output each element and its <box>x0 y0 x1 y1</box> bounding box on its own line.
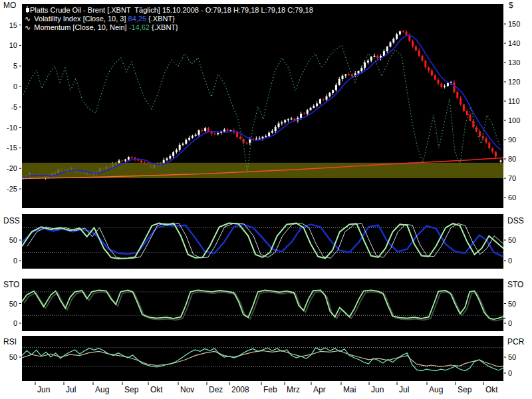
month-label: Feb <box>263 385 277 394</box>
month-label: Mrz <box>287 385 300 394</box>
rsi-tick-label: 50 <box>9 353 17 361</box>
momentum-value: -14,62 <box>129 23 150 31</box>
price-tick-label: 60 <box>508 194 516 201</box>
dss-tick-label: 50 <box>9 236 17 244</box>
main-left-axis-title: MO <box>3 1 16 10</box>
sto-tick-label: 50 <box>508 300 516 308</box>
chart-legend: Platts Crude Oil - Brent [.XBNT Täglich]… <box>25 5 313 32</box>
month-label: Jun <box>37 385 50 394</box>
price-tick-label: 100 <box>508 116 520 124</box>
price-tick-label: 90 <box>508 136 516 144</box>
month-label: Dez <box>209 385 223 394</box>
main-right-axis-title: $ <box>509 1 513 10</box>
month-label: Okt <box>150 385 163 394</box>
mo-tick-label: 5 <box>13 62 17 70</box>
month-label: Sep <box>458 385 472 394</box>
wave-icon: ∿ <box>25 23 34 31</box>
dss-right-axis-title: DSS <box>507 216 532 225</box>
sto-tick-label: 0 <box>508 319 512 327</box>
month-label: Okt <box>485 385 498 394</box>
month-label: Apr <box>313 385 326 394</box>
dss-tick-label: 50 <box>508 236 516 244</box>
sto-tick-label: 0 <box>13 319 17 327</box>
rsi-tick-label: 0 <box>508 369 512 377</box>
candlestick-icon <box>25 6 30 15</box>
mo-tick-label: -10 <box>7 124 17 132</box>
month-label: Aug <box>95 385 109 394</box>
month-label: Mai <box>343 385 356 394</box>
month-label: Sep <box>124 385 139 394</box>
month-label: Jun <box>371 385 384 394</box>
dss-tick-label: 0 <box>508 257 512 265</box>
month-label: Aug <box>429 385 443 394</box>
dss-tick-label: 0 <box>13 257 17 265</box>
legend-momentum-line: ∿ Momentum [Close, 10, Nein] -14,62 {.XB… <box>25 23 313 32</box>
mo-tick-label: 0 <box>13 82 17 90</box>
legend-instrument-line: Platts Crude Oil - Brent [.XBNT Täglich]… <box>25 5 313 15</box>
momentum-suffix: {.XBNT} <box>150 23 178 31</box>
legend-volatility-line: ∿ Volatility Index [Close, 10, 3] 84,25 … <box>25 15 313 23</box>
mo-tick-label: 15 <box>9 21 17 29</box>
sto-tick-label: 50 <box>9 300 17 308</box>
rsi-left-axis-title: RSI <box>3 337 22 346</box>
momentum-label: Momentum [Close, 10, Nein] <box>34 23 128 31</box>
month-label: Nov <box>180 385 194 394</box>
mo-tick-label: -5 <box>11 103 17 111</box>
price-tick-label: 70 <box>508 174 516 182</box>
support-zone <box>22 163 503 178</box>
instrument-title: Platts Crude Oil - Brent [.XBNT Täglich]… <box>30 6 313 14</box>
month-label: Jul <box>399 385 409 394</box>
sto-right-axis-title: STO <box>507 280 532 289</box>
price-tick-label: 130 <box>508 59 520 66</box>
price-tick-label: 80 <box>508 155 516 163</box>
wave-icon: ∿ <box>25 15 34 23</box>
rsi-tick-label: 50 <box>508 353 516 361</box>
mo-tick-label: -15 <box>7 144 17 152</box>
mo-tick-label: -25 <box>7 185 17 193</box>
chart-canvas[interactable]: 151050-5-10-15-20-2515014013012011010090… <box>0 0 532 399</box>
charting-app-window: { "colors": { "background": "#ffffff", "… <box>0 0 532 399</box>
volatility-suffix: {.XBNT} <box>146 15 175 23</box>
dss-panel[interactable] <box>22 214 503 269</box>
price-tick-label: 140 <box>508 39 520 47</box>
volatility-label: Volatility Index [Close, 10, 3] <box>34 15 128 23</box>
price-tick-label: 110 <box>508 97 520 105</box>
sto-left-axis-title: STO <box>3 280 22 289</box>
sto-panel[interactable] <box>22 279 503 331</box>
dss-left-axis-title: DSS <box>3 216 22 225</box>
month-label: 2008 <box>231 385 249 394</box>
mo-tick-label: 10 <box>9 41 17 49</box>
rsi-panel[interactable] <box>22 336 503 381</box>
volatility-value: 84,25 <box>128 15 147 23</box>
price-tick-label: 120 <box>508 78 520 86</box>
price-tick-label: 150 <box>508 20 520 28</box>
month-label: Jul <box>66 385 76 394</box>
mo-tick-label: -20 <box>7 164 17 172</box>
rsi-right-axis-title: PCR <box>507 337 532 346</box>
